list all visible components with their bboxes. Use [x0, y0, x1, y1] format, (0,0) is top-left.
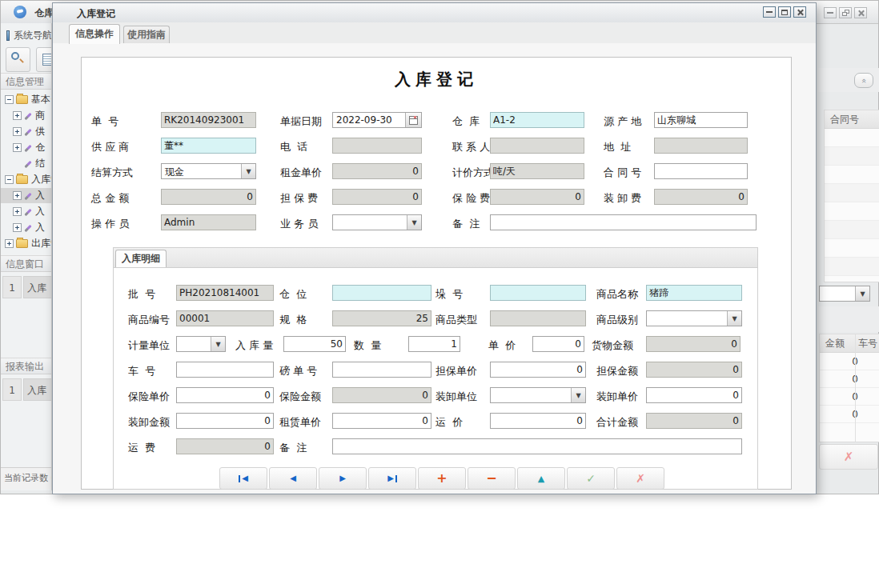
product-name-input[interactable]	[646, 285, 742, 301]
phone-input	[332, 138, 422, 154]
chevron-down-icon[interactable]: ▼	[211, 337, 225, 351]
expand-expander-icon[interactable]	[13, 111, 22, 120]
expand-expander-icon[interactable]	[13, 207, 22, 216]
cancel-button[interactable]: ✗	[616, 467, 664, 490]
collapse-expander-icon[interactable]	[5, 175, 14, 184]
dialog-maximize-button[interactable]	[778, 6, 791, 18]
expand-expander-icon[interactable]	[13, 191, 22, 200]
tree-item-warehouse[interactable]: 仓	[1, 140, 52, 155]
table-row	[825, 184, 879, 202]
address-input	[654, 138, 748, 154]
remark-input[interactable]	[490, 214, 757, 230]
vehicle-no-input[interactable]	[176, 362, 274, 378]
weigh-no-input[interactable]	[332, 362, 431, 378]
amount-cell: 0	[820, 353, 879, 370]
expand-expander-icon[interactable]	[5, 239, 14, 248]
handling-price-input[interactable]	[646, 387, 742, 403]
nav-next-button[interactable]: ▶	[319, 467, 367, 490]
quantity-input[interactable]	[408, 336, 460, 352]
sidebar-nav-tab[interactable]: 系统导航	[2, 26, 52, 44]
handling-amount-input[interactable]	[176, 413, 274, 429]
expand-expander-icon[interactable]	[13, 223, 22, 232]
main-close-button[interactable]	[854, 7, 867, 18]
section-info-window[interactable]: 信息窗口	[1, 255, 52, 272]
settle-method-select[interactable]: 现金 ▼	[161, 163, 256, 179]
nav-first-button[interactable]: ◀	[219, 467, 267, 490]
collapse-panel-button[interactable]: «	[854, 73, 873, 88]
folder-icon	[16, 239, 28, 248]
chevron-down-icon[interactable]: ▼	[571, 388, 585, 402]
bin-input[interactable]	[332, 285, 431, 301]
chevron-down-icon[interactable]: ▼	[727, 311, 741, 326]
stack-no-input[interactable]	[490, 285, 586, 301]
insurance-amount-input	[332, 387, 431, 403]
chevron-down-icon[interactable]: ▼	[855, 286, 869, 301]
warehouse-input[interactable]	[490, 112, 584, 128]
form-list-button[interactable]	[36, 47, 52, 72]
chevron-down-icon[interactable]: ▼	[241, 164, 255, 178]
tree-item-outbound-mgmt[interactable]: 出库管	[1, 236, 52, 251]
doc-date-picker[interactable]: 2022-09-30	[332, 112, 422, 128]
tree-item-inbound-2[interactable]: 入	[1, 204, 52, 219]
remove-record-button[interactable]: −	[468, 467, 516, 490]
collapse-expander-icon[interactable]	[5, 95, 14, 104]
inbound-registration-dialog: 入库登记 信息操作 使用指南 入库登记 单 号 单据日期 2022-09-30 …	[52, 2, 817, 494]
dialog-close-button[interactable]	[793, 6, 806, 18]
salesman-select[interactable]: ▼	[332, 214, 422, 230]
supplier-input[interactable]	[161, 138, 256, 154]
background-cancel-button[interactable]: ✗	[819, 444, 878, 470]
column-divider	[855, 334, 856, 442]
add-record-button[interactable]: +	[418, 467, 466, 490]
tree-item-inbound-3[interactable]: 入	[1, 220, 52, 235]
confirm-button[interactable]: ✓	[567, 467, 615, 490]
tree-item-inbound-mgmt[interactable]: 入库管	[1, 172, 52, 187]
contract-no-input[interactable]	[654, 163, 748, 179]
tab-user-guide[interactable]: 使用指南	[123, 26, 170, 43]
freight-price-input[interactable]	[490, 413, 586, 429]
tool-icon	[24, 160, 32, 168]
detail-remark-input[interactable]	[332, 438, 742, 454]
main-restore-button[interactable]	[839, 7, 852, 18]
search-button[interactable]	[6, 47, 30, 72]
unit-select[interactable]: ▼	[176, 336, 226, 352]
insurance-fee-label: 保 险 费	[452, 191, 490, 206]
chevron-down-icon[interactable]: ▼	[407, 215, 421, 230]
move-top-button[interactable]: ▲	[517, 467, 565, 490]
inbound-qty-input[interactable]	[283, 336, 346, 352]
guarantee-amount-label: 担保金额	[596, 364, 638, 378]
unit-price-input[interactable]	[532, 336, 584, 352]
handling-unit-label: 装卸单位	[435, 390, 477, 404]
tree-item-settle[interactable]: 结	[1, 156, 52, 171]
section-info-mgmt[interactable]: 信息管理	[1, 73, 52, 90]
handling-unit-select[interactable]: ▼	[490, 387, 586, 403]
insurance-price-input[interactable]	[176, 387, 274, 403]
freight-label: 运 费	[128, 441, 155, 455]
contract-column-header[interactable]: 合同号	[825, 110, 879, 129]
product-name-label: 商品名称	[596, 287, 638, 302]
dialog-titlebar[interactable]: 入库登记	[53, 3, 816, 23]
tab-info-operation[interactable]: 信息操作	[69, 24, 120, 44]
main-minimize-button[interactable]	[824, 7, 837, 18]
origin-input[interactable]	[654, 112, 748, 128]
date-picker-button[interactable]	[405, 113, 421, 127]
nav-prev-button[interactable]: ◀	[269, 467, 317, 490]
handling-fee-input	[654, 189, 748, 205]
tab-inbound-detail[interactable]: 入库明细	[115, 250, 167, 267]
product-grade-select[interactable]: ▼	[646, 310, 742, 326]
dialog-minimize-button[interactable]	[763, 6, 776, 18]
nav-last-button[interactable]: ▶	[368, 467, 416, 490]
section-report-output[interactable]: 报表输出	[1, 358, 52, 374]
guarantee-price-input[interactable]	[490, 362, 586, 378]
tree-item-supplier[interactable]: 供	[1, 124, 52, 139]
expand-expander-icon[interactable]	[13, 127, 22, 136]
info-window-row[interactable]: 1 入库	[2, 276, 52, 298]
tree-item-product[interactable]: 商	[1, 108, 52, 123]
tree-item-inbound-1[interactable]: 入	[1, 188, 52, 203]
report-output-row[interactable]: 1 入库	[2, 378, 52, 401]
rental-price-input[interactable]	[332, 413, 431, 429]
vehicle-column-header[interactable]: 车号	[858, 334, 877, 353]
insurance-amount-label: 保险金额	[279, 390, 321, 404]
expand-expander-icon[interactable]	[13, 143, 22, 152]
tree-item-basic[interactable]: 基本资	[1, 92, 52, 107]
background-dropdown[interactable]: ▼	[819, 286, 870, 302]
